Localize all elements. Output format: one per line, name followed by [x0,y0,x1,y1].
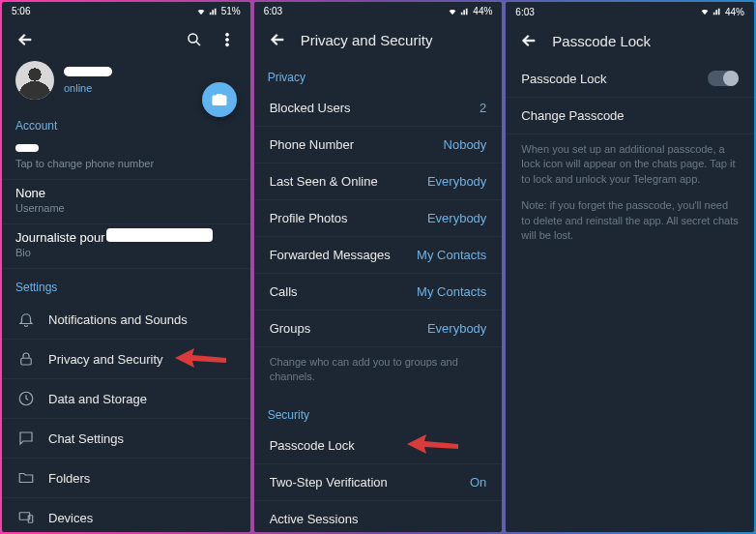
row-calls[interactable]: CallsMy Contacts [254,274,503,311]
row-last-seen[interactable]: Last Seen & OnlineEverybody [254,163,503,200]
passcode-pane: 6:03 44% Passcode Lock Passcode Lock Cha… [506,2,754,532]
more-icon[interactable] [218,30,237,49]
settings-pane: 5:06 51% online Account [2,2,250,532]
svg-point-1 [225,33,228,36]
folder-icon [17,469,35,487]
privacy-header: Privacy [254,59,503,90]
status-time: 6:03 [264,6,282,16]
sidebar-item-folders[interactable]: Folders [2,459,250,498]
status-right: 51% [196,6,241,16]
svg-point-3 [225,44,228,46]
back-icon[interactable] [519,31,538,50]
search-icon[interactable] [185,30,204,49]
row-passcode-lock[interactable]: Passcode Lock [254,428,503,464]
status-time: 6:03 [515,7,534,17]
security-header: Security [254,397,503,428]
signal-icon [712,7,722,16]
svg-point-0 [189,34,197,43]
passcode-hint-1: When you set up an additional passcode, … [506,134,754,198]
wifi-icon [700,7,710,16]
row-profile-photos[interactable]: Profile PhotosEverybody [254,200,503,237]
passcode-hint-2: Note: if you forget the passcode, you'll… [506,198,754,254]
chat-icon [17,430,35,447]
username-sub: Username [15,202,237,214]
bio-sub: Bio [15,247,237,258]
wifi-icon [196,7,206,16]
privacy-hint: Change who can add you to groups and cha… [254,347,503,397]
row-passcode-toggle[interactable]: Passcode Lock [506,60,754,98]
status-text: online [64,82,122,94]
status-bar: 6:03 44% [254,2,503,20]
row-groups[interactable]: GroupsEverybody [254,311,503,347]
row-two-step[interactable]: Two-Step VerificationOn [254,464,503,501]
row-blocked-users[interactable]: Blocked Users2 [254,90,503,127]
status-bar: 5:06 51% [2,2,250,20]
sidebar-item-devices[interactable]: Devices [2,498,250,532]
username-field[interactable]: None Username [2,180,250,224]
signal-icon [209,7,218,16]
row-active-sessions[interactable]: Active Sessions [254,501,503,532]
status-bar: 6:03 44% [506,2,754,21]
sidebar-item-data[interactable]: Data and Storage [2,379,250,419]
back-icon[interactable] [15,30,35,49]
app-header: Passcode Lock [506,21,754,60]
avatar[interactable] [15,61,54,100]
wifi-icon [448,7,457,16]
lock-icon [17,350,35,368]
back-icon[interactable] [268,30,287,49]
row-forwarded[interactable]: Forwarded MessagesMy Contacts [254,237,503,274]
bio-field[interactable]: Journaliste pour Bio [2,224,250,269]
signal-icon [460,7,470,16]
bell-icon [17,311,35,328]
passcode-toggle[interactable] [708,71,739,86]
app-header [2,20,250,59]
battery-text: 51% [221,6,241,16]
camera-icon [211,91,228,108]
privacy-pane: 6:03 44% Privacy and Security Privacy Bl… [254,2,503,532]
battery-text: 44% [473,6,492,16]
row-phone-number[interactable]: Phone NumberNobody [254,127,503,163]
row-change-passcode[interactable]: Change Passcode [506,98,754,134]
app-header: Privacy and Security [254,20,503,59]
svg-rect-7 [28,516,33,523]
data-icon [17,390,35,407]
svg-point-2 [225,39,228,42]
username-value: None [15,186,237,200]
sidebar-item-notifications[interactable]: Notifications and Sounds [2,300,250,340]
devices-icon [17,509,35,526]
battery-text: 44% [725,7,744,17]
phone-sub: Tap to change phone number [15,158,237,169]
settings-header: Settings [2,269,250,300]
phone-field[interactable]: Tap to change phone number [2,138,250,180]
profile-header[interactable]: online [2,59,250,107]
page-title: Privacy and Security [301,32,433,48]
sidebar-item-privacy[interactable]: Privacy and Security [2,340,250,379]
status-time: 5:06 [12,6,30,16]
sidebar-item-chat[interactable]: Chat Settings [2,419,250,459]
page-title: Passcode Lock [552,33,651,49]
camera-button[interactable] [202,82,237,117]
svg-rect-4 [21,358,32,365]
